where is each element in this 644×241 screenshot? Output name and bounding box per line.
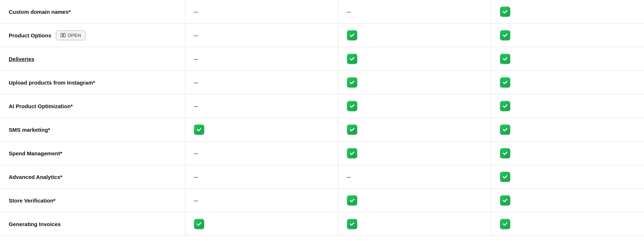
check-icon	[347, 219, 357, 229]
plan-cell-ai-optimization-col2	[338, 94, 491, 118]
table-row-advanced-analytics: Advanced Analytics*––	[0, 165, 644, 189]
plan-cell-advanced-analytics-col2: –	[338, 165, 491, 189]
table-row-product-options: Product Options OPEN–	[0, 24, 644, 47]
svg-rect-1	[63, 33, 65, 37]
table-row-deliveries: Deliveries–	[0, 47, 644, 71]
check-icon	[347, 77, 357, 87]
dash-icon: –	[194, 8, 198, 16]
plan-cell-generating-invoices-col3	[491, 212, 644, 236]
plan-cell-product-options-col2	[338, 24, 491, 47]
plan-cell-store-verification-col1: –	[185, 189, 338, 212]
plan-cell-upload-instagram-col1: –	[185, 71, 338, 94]
plan-cell-ai-optimization-col3	[491, 94, 644, 118]
feature-cell-spend-management: Spend Management*	[0, 142, 185, 165]
plan-cell-deliveries-col3	[491, 47, 644, 71]
feature-cell-advanced-analytics: Advanced Analytics*	[0, 165, 185, 189]
open-button-product-options[interactable]: OPEN	[56, 30, 86, 40]
table-row-sms-marketing: SMS marketing*	[0, 118, 644, 142]
feature-cell-ai-optimization: AI Product Optimization*	[0, 94, 185, 118]
dash-icon: –	[194, 31, 198, 39]
dash-icon: –	[194, 173, 198, 181]
check-icon	[347, 54, 357, 64]
feature-cell-custom-domain: Custom domain names*	[0, 0, 185, 24]
check-icon	[194, 219, 204, 229]
dash-icon: –	[347, 8, 351, 16]
svg-rect-0	[61, 33, 63, 37]
plan-cell-custom-domain-col2: –	[338, 0, 491, 24]
check-icon	[500, 54, 510, 64]
check-icon	[347, 101, 357, 111]
open-btn-icon	[61, 33, 66, 38]
dash-icon: –	[194, 149, 198, 157]
feature-label-ai-optimization: AI Product Optimization*	[9, 103, 73, 109]
plan-cell-store-verification-col3	[491, 189, 644, 212]
feature-label-upload-instagram: Upload products from Instagram*	[9, 79, 95, 86]
plan-cell-upload-instagram-col3	[491, 71, 644, 94]
check-icon	[347, 30, 357, 40]
plan-cell-advanced-analytics-col1: –	[185, 165, 338, 189]
table-row-generating-invoices: Generating Invoices	[0, 212, 644, 236]
feature-label-custom-domain: Custom domain names*	[9, 9, 71, 15]
plan-cell-generating-invoices-col2	[338, 212, 491, 236]
plan-cell-deliveries-col2	[338, 47, 491, 71]
check-icon	[347, 148, 357, 158]
open-btn-label: OPEN	[68, 33, 81, 38]
feature-label-product-options: Product Options	[9, 32, 51, 38]
plan-cell-upload-instagram-col2	[338, 71, 491, 94]
feature-label-store-verification: Store Verification*	[9, 197, 55, 204]
table-row-ai-optimization: AI Product Optimization*–	[0, 94, 644, 118]
feature-cell-sms-marketing: SMS marketing*	[0, 118, 185, 142]
check-icon	[500, 77, 510, 87]
plan-cell-spend-management-col2	[338, 142, 491, 165]
table-row-upload-instagram: Upload products from Instagram*–	[0, 71, 644, 94]
feature-label-generating-invoices: Generating Invoices	[9, 221, 61, 227]
check-icon	[500, 195, 510, 205]
plan-cell-sms-marketing-col1	[185, 118, 338, 142]
check-icon	[347, 124, 357, 135]
plan-cell-custom-domain-col1: –	[185, 0, 338, 24]
plan-cell-custom-domain-col3	[491, 0, 644, 24]
check-icon	[500, 30, 510, 40]
check-icon	[347, 195, 357, 205]
check-icon	[500, 172, 510, 182]
plan-cell-generating-invoices-col1	[185, 212, 338, 236]
plan-cell-spend-management-col1: –	[185, 142, 338, 165]
dash-icon: –	[194, 55, 198, 63]
feature-cell-generating-invoices: Generating Invoices	[0, 212, 185, 236]
plan-cell-deliveries-col1: –	[185, 47, 338, 71]
feature-cell-store-verification: Store Verification*	[0, 189, 185, 212]
plan-cell-product-options-col1: –	[185, 24, 338, 47]
feature-cell-product-options: Product Options OPEN	[0, 24, 185, 47]
check-icon	[194, 124, 204, 135]
plan-cell-sms-marketing-col2	[338, 118, 491, 142]
dash-icon: –	[194, 78, 198, 86]
plan-cell-ai-optimization-col1: –	[185, 94, 338, 118]
dash-icon: –	[194, 102, 198, 110]
plan-cell-store-verification-col2	[338, 189, 491, 212]
plan-cell-advanced-analytics-col3	[491, 165, 644, 189]
feature-label-advanced-analytics: Advanced Analytics*	[9, 174, 62, 180]
plan-cell-product-options-col3	[491, 24, 644, 47]
check-icon	[500, 148, 510, 158]
check-icon	[500, 101, 510, 111]
comparison-table: Custom domain names*––Product Options OP…	[0, 0, 644, 236]
plan-cell-sms-marketing-col3	[491, 118, 644, 142]
feature-cell-upload-instagram: Upload products from Instagram*	[0, 71, 185, 94]
table-row-store-verification: Store Verification*–	[0, 189, 644, 212]
plan-cell-spend-management-col3	[491, 142, 644, 165]
feature-label-sms-marketing: SMS marketing*	[9, 127, 50, 133]
feature-label-spend-management: Spend Management*	[9, 150, 62, 156]
table-row-custom-domain: Custom domain names*––	[0, 0, 644, 24]
check-icon	[500, 7, 510, 17]
feature-label-deliveries: Deliveries	[9, 56, 34, 62]
dash-icon: –	[347, 173, 351, 181]
table-row-spend-management: Spend Management*–	[0, 142, 644, 165]
check-icon	[500, 219, 510, 229]
check-icon	[500, 124, 510, 135]
feature-cell-deliveries: Deliveries	[0, 47, 185, 71]
dash-icon: –	[194, 196, 198, 204]
